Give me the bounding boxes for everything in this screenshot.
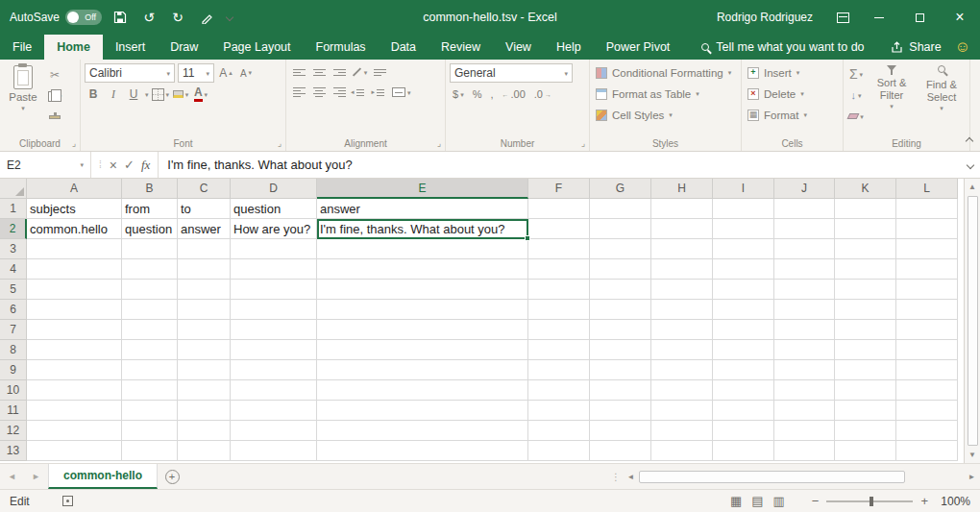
- align-bottom-button[interactable]: [331, 63, 348, 81]
- cell-B5[interactable]: [122, 280, 178, 300]
- cell-J5[interactable]: [774, 280, 835, 300]
- cell-L2[interactable]: [896, 219, 958, 239]
- decrease-indent-button[interactable]: ◂: [351, 84, 369, 101]
- align-top-button[interactable]: [290, 63, 307, 81]
- column-header-K[interactable]: K: [835, 179, 896, 199]
- cell-E6[interactable]: [317, 300, 528, 320]
- cell-D13[interactable]: [231, 441, 317, 461]
- cell-C5[interactable]: [178, 280, 231, 300]
- cell-B3[interactable]: [122, 239, 178, 259]
- formula-bar-splitter[interactable]: ⁞: [99, 159, 103, 170]
- cell-A9[interactable]: [27, 360, 122, 380]
- cell-A2[interactable]: common.hello: [27, 219, 122, 239]
- format-painter-button[interactable]: [46, 109, 63, 126]
- conditional-formatting-button[interactable]: Conditional Formatting▾: [594, 63, 737, 82]
- cell-H1[interactable]: [651, 199, 713, 219]
- share-button[interactable]: Share: [891, 40, 941, 54]
- cell-G6[interactable]: [590, 300, 651, 320]
- align-middle-button[interactable]: [310, 63, 328, 81]
- cell-G9[interactable]: [590, 360, 651, 380]
- pen-button[interactable]: [196, 6, 217, 29]
- cell-L10[interactable]: [896, 380, 958, 401]
- row-header-13[interactable]: 13: [0, 441, 27, 461]
- tab-scrollbar-splitter[interactable]: ⋮: [609, 464, 623, 489]
- cell-B9[interactable]: [122, 360, 178, 380]
- horizontal-scrollbar[interactable]: ◄ ►: [623, 464, 980, 489]
- cell-B12[interactable]: [122, 421, 178, 441]
- cell-C12[interactable]: [178, 421, 231, 441]
- cell-H10[interactable]: [651, 380, 713, 401]
- alignment-dialog-launcher[interactable]: ⌟: [437, 139, 441, 148]
- bold-button[interactable]: B: [85, 85, 102, 103]
- row-header-10[interactable]: 10: [0, 380, 27, 401]
- row-header-2[interactable]: 2: [0, 219, 27, 239]
- delete-cells-button[interactable]: ×Delete▾: [746, 85, 839, 103]
- cell-D6[interactable]: [231, 300, 317, 320]
- autosave-switch[interactable]: Off: [65, 10, 102, 25]
- underline-button[interactable]: U: [125, 85, 142, 103]
- cell-E9[interactable]: [317, 360, 528, 380]
- cell-I5[interactable]: [713, 280, 774, 300]
- tab-file[interactable]: File: [0, 35, 44, 60]
- cell-A3[interactable]: [27, 239, 122, 259]
- cell-K12[interactable]: [835, 421, 896, 441]
- tab-home[interactable]: Home: [44, 35, 103, 60]
- sheet-nav-left-button[interactable]: ◄: [0, 464, 24, 489]
- cell-D2[interactable]: How are you?: [231, 219, 317, 239]
- cell-K6[interactable]: [835, 300, 896, 320]
- cell-A5[interactable]: [27, 280, 122, 300]
- horizontal-scrollbar-track[interactable]: [639, 464, 964, 489]
- feedback-smiley-button[interactable]: ☺: [955, 39, 970, 55]
- align-right-button[interactable]: [331, 84, 348, 101]
- cell-E2[interactable]: I'm fine, thanks. What about you?: [317, 219, 528, 239]
- cell-G11[interactable]: [590, 401, 651, 421]
- cell-B13[interactable]: [122, 441, 178, 461]
- insert-cells-button[interactable]: +Insert▾: [746, 63, 839, 82]
- tell-me-box[interactable]: Tell me what you want to do: [701, 35, 864, 60]
- cell-F6[interactable]: [528, 300, 590, 320]
- cell-H13[interactable]: [651, 441, 713, 461]
- cell-D11[interactable]: [231, 401, 317, 421]
- cell-B4[interactable]: [122, 259, 178, 280]
- cell-A1[interactable]: subjects: [27, 199, 122, 219]
- cell-L8[interactable]: [896, 340, 958, 360]
- column-header-B[interactable]: B: [122, 179, 178, 199]
- cell-B2[interactable]: question: [122, 219, 178, 239]
- cell-J8[interactable]: [774, 340, 835, 360]
- currency-button[interactable]: $▾: [450, 85, 467, 103]
- cell-C9[interactable]: [178, 360, 231, 380]
- cell-K9[interactable]: [835, 360, 896, 380]
- cell-L6[interactable]: [896, 300, 958, 320]
- tab-help[interactable]: Help: [544, 35, 594, 60]
- row-header-11[interactable]: 11: [0, 401, 27, 421]
- cell-A11[interactable]: [27, 401, 122, 421]
- row-header-4[interactable]: 4: [0, 259, 27, 280]
- normal-view-button[interactable]: ▦: [730, 494, 742, 508]
- cell-G4[interactable]: [590, 259, 651, 280]
- row-header-3[interactable]: 3: [0, 239, 27, 259]
- cell-H2[interactable]: [651, 219, 713, 239]
- redo-button[interactable]: ↻: [167, 6, 188, 29]
- cell-B6[interactable]: [122, 300, 178, 320]
- cell-J9[interactable]: [774, 360, 835, 380]
- font-color-button[interactable]: A▾: [192, 85, 209, 103]
- cell-B7[interactable]: [122, 320, 178, 340]
- cell-D12[interactable]: [231, 421, 317, 441]
- number-dialog-launcher[interactable]: ⌟: [581, 139, 585, 148]
- row-header-12[interactable]: 12: [0, 421, 27, 441]
- orientation-button[interactable]: ▾: [351, 63, 368, 81]
- column-header-L[interactable]: L: [896, 179, 958, 199]
- cell-E11[interactable]: [317, 401, 528, 421]
- align-center-button[interactable]: [310, 84, 328, 101]
- tab-draw[interactable]: Draw: [158, 35, 210, 60]
- tab-power-pivot[interactable]: Power Pivot: [594, 35, 683, 60]
- add-sheet-button[interactable]: +: [158, 464, 186, 489]
- cell-E13[interactable]: [317, 441, 528, 461]
- cell-B10[interactable]: [122, 380, 178, 401]
- cell-J11[interactable]: [774, 401, 835, 421]
- cell-C6[interactable]: [178, 300, 231, 320]
- column-header-E[interactable]: E: [317, 179, 528, 199]
- cell-H12[interactable]: [651, 421, 713, 441]
- row-header-5[interactable]: 5: [0, 280, 27, 300]
- font-dialog-launcher[interactable]: ⌟: [278, 139, 282, 148]
